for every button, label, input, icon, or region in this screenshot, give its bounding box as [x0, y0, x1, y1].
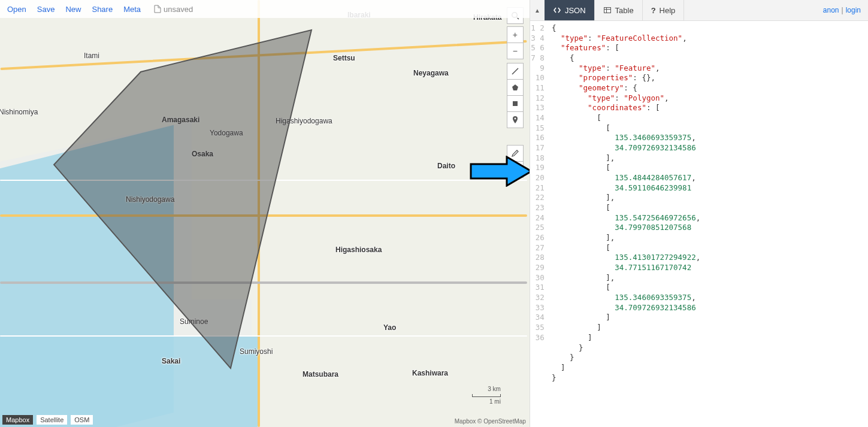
code-content[interactable]: { "type": "FeatureCollection", "features… — [548, 21, 868, 427]
line-icon — [511, 67, 519, 75]
city-nishinomiya: Nishinomiya — [0, 108, 38, 116]
city-neyagawa: Neyagawa — [413, 69, 449, 77]
tab-table[interactable]: Table — [595, 0, 643, 20]
tab-help-label: Help — [660, 6, 676, 15]
table-icon — [603, 6, 612, 14]
city-osaka: Osaka — [192, 150, 213, 158]
city-itami: Itami — [84, 52, 99, 60]
menu-new[interactable]: New — [65, 5, 81, 14]
tab-json-label: JSON — [565, 6, 586, 15]
login-area: anon | login — [816, 0, 868, 20]
polygon-icon — [511, 83, 519, 92]
file-icon — [154, 5, 161, 13]
question-icon: ? — [651, 6, 656, 15]
svg-rect-5 — [513, 101, 518, 106]
svg-marker-4 — [512, 84, 518, 90]
svg-line-3 — [512, 68, 518, 74]
city-higashiosaka: Higashiosaka — [335, 246, 382, 254]
unsaved-indicator: unsaved — [154, 5, 193, 14]
scale-bar: 3 km 1 mi — [472, 386, 501, 405]
editor-panel: ▲ JSON Table ? Help anon | login 1 2 3 4… — [530, 0, 868, 427]
basemap-satellite[interactable]: Satellite — [37, 415, 67, 425]
menu-open[interactable]: Open — [7, 5, 26, 14]
basemap-switcher: Mapbox Satellite OSM — [2, 415, 93, 425]
scale-mi: 1 mi — [472, 398, 501, 405]
map-canvas[interactable]: Osaka Amagasaki Itami Nishinomiya Higash… — [0, 0, 530, 427]
menu-meta[interactable]: Meta — [123, 5, 141, 14]
top-menu: Open Save New Share Meta unsaved — [0, 0, 530, 18]
map-panel: Open Save New Share Meta unsaved — [0, 0, 530, 427]
callout-arrow-icon — [470, 156, 530, 187]
city-daito: Daito — [437, 162, 455, 170]
city-amagasaki: Amagasaki — [162, 116, 199, 124]
city-nishiyodogawa: Nishiyodogawa — [126, 195, 174, 204]
svg-rect-7 — [604, 8, 610, 13]
code-editor[interactable]: 1 2 3 4 5 6 7 8 9 10 11 12 13 14 15 16 1… — [530, 21, 868, 427]
zoom-in-button[interactable]: + — [507, 26, 524, 43]
city-matsubara: Matsubara — [303, 370, 338, 378]
line-gutter: 1 2 3 4 5 6 7 8 9 10 11 12 13 14 15 16 1… — [530, 21, 548, 427]
zoom-out-button[interactable]: − — [507, 43, 524, 59]
city-higashiyodogawa: Higashiyodogawa — [276, 117, 332, 125]
city-yao: Yao — [383, 323, 396, 332]
map-attribution: Mapbox © OpenStreetMap — [455, 418, 526, 425]
tab-help[interactable]: ? Help — [643, 0, 685, 20]
draw-polygon-button[interactable] — [507, 80, 524, 96]
menu-save[interactable]: Save — [37, 5, 55, 14]
city-suminoe: Suminoe — [180, 317, 208, 326]
draw-marker-button[interactable] — [507, 112, 524, 128]
tab-json[interactable]: JSON — [545, 0, 595, 20]
city-settsu: Settsu — [333, 54, 355, 62]
city-sakai: Sakai — [162, 357, 180, 365]
basemap-osm[interactable]: OSM — [71, 415, 93, 425]
draw-line-button[interactable] — [507, 63, 524, 80]
basemap-mapbox[interactable]: Mapbox — [2, 415, 33, 425]
rectangle-icon — [511, 99, 519, 108]
scale-km: 3 km — [472, 386, 501, 393]
draw-rectangle-button[interactable] — [507, 96, 524, 112]
marker-icon — [511, 116, 519, 124]
city-sumiyoshi: Sumiyoshi — [240, 347, 273, 356]
unsaved-label: unsaved — [164, 5, 193, 14]
city-yodogawa: Yodogawa — [210, 129, 243, 137]
editor-tabs: ▲ JSON Table ? Help anon | login — [530, 0, 868, 21]
tab-table-label: Table — [615, 6, 634, 15]
login-link[interactable]: login — [846, 6, 861, 14]
menu-share[interactable]: Share — [92, 5, 113, 14]
collapse-toggle[interactable]: ▲ — [530, 0, 545, 20]
city-kashiwara: Kashiwara — [412, 369, 448, 377]
anon-link[interactable]: anon — [823, 6, 839, 14]
code-icon — [553, 6, 561, 14]
svg-point-6 — [514, 118, 516, 120]
